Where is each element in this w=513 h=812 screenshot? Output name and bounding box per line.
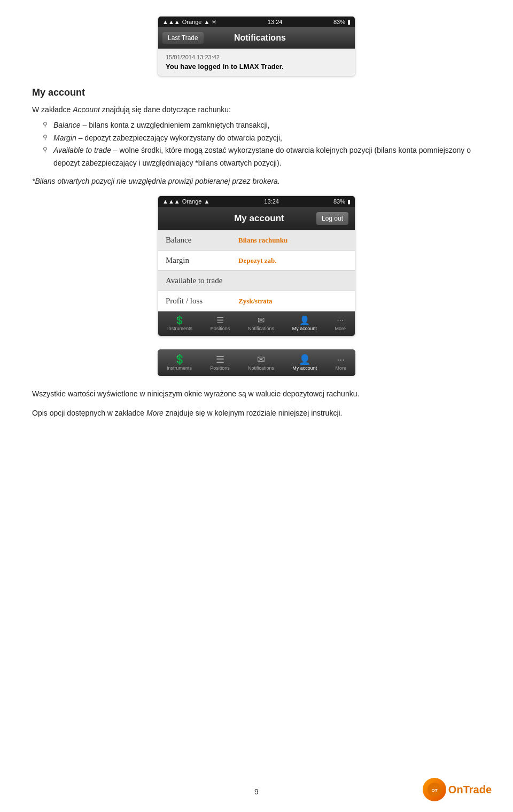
available-text: – wolne środki, które mogą zostać wykorz… <box>53 146 471 167</box>
profit-row-label: Profit / loss <box>158 291 233 311</box>
profit-row: Profit / loss Zysk/strata <box>158 291 355 311</box>
more-icon: ··· <box>337 316 344 325</box>
account-title: My account <box>202 213 316 224</box>
account-bottom-nav: 💲 Instruments ☰ Positions ✉ Notification… <box>158 311 355 336</box>
bn-instruments-label: Instruments <box>167 365 192 371</box>
signal-icon: ▲▲▲ <box>162 19 180 25</box>
nav-bar: Last Trade Notifications <box>158 27 355 49</box>
acc-status-right: 83% ▮ <box>333 198 351 205</box>
acc-signal-icon: ▲▲▲ <box>162 198 180 205</box>
positions-icon: ☰ <box>216 316 224 325</box>
status-bar: ▲▲▲ Orange ▲ ✳ 13:24 83% ▮ <box>158 17 355 27</box>
footnote: *Bilans otwartych pozycji nie uwzględnia… <box>32 175 481 187</box>
positions-label: Positions <box>211 326 230 331</box>
myaccount-icon: 👤 <box>299 316 310 325</box>
bn-myaccount-label: My account <box>292 365 317 371</box>
notifications-icon: ✉ <box>258 316 265 325</box>
myaccount-nav-label: My account <box>292 326 317 331</box>
balance-label: Balance <box>53 121 81 129</box>
profit-row-value: Zysk/strata <box>233 292 355 311</box>
body-paragraph-2: Opis opcji dostępnych w zakładce More zn… <box>32 407 481 420</box>
svg-text:OT: OT <box>431 788 437 793</box>
phone-frame: ▲▲▲ Orange ▲ ✳ 13:24 83% ▮ Last Trade No… <box>158 16 355 76</box>
balance-row-value: Bilans rachunku <box>233 231 355 250</box>
instruments-label: Instruments <box>167 326 192 331</box>
intro-text-pre: W zakładce <box>32 105 71 114</box>
more-label: More <box>335 326 346 331</box>
instruments-icon: 💲 <box>174 316 185 325</box>
available-row: Available to trade <box>158 271 355 291</box>
nav-more[interactable]: ··· More <box>332 314 349 333</box>
account-italic: Account <box>73 105 100 114</box>
nav-instruments[interactable]: 💲 Instruments <box>164 314 196 333</box>
bn-positions-icon: ☰ <box>216 355 224 364</box>
status-right: 83% ▮ <box>333 19 351 26</box>
bn-positions[interactable]: ☰ Positions <box>206 353 234 373</box>
acc-battery-icon: ▮ <box>347 198 351 205</box>
account-header: My account Log out <box>158 207 355 230</box>
body2-post: znajduje się w kolejnym rozdziale niniej… <box>166 409 343 417</box>
list-item-available: Available to trade – wolne środki, które… <box>43 144 481 170</box>
nav-notifications[interactable]: ✉ Notifications <box>245 314 277 333</box>
body2-pre: Opis opcji dostępnych w zakładce <box>32 409 144 417</box>
status-left: ▲▲▲ Orange ▲ ✳ <box>162 19 216 26</box>
list-item-margin: Margin – depozyt zabezpieczający wykorzy… <box>43 132 481 145</box>
nav-myaccount[interactable]: 👤 My account <box>289 314 320 333</box>
bn-more-label: More <box>335 365 346 371</box>
time-display: 13:24 <box>268 19 283 25</box>
wifi-icon: ▲ <box>204 19 209 25</box>
bn-positions-label: Positions <box>210 365 230 371</box>
balance-row: Balance Bilans rachunku <box>158 230 355 251</box>
bn-notifications-label: Notifications <box>248 365 274 371</box>
bn-instruments-icon: 💲 <box>174 355 185 364</box>
section-heading: My account <box>32 87 481 98</box>
bn-notifications-icon: ✉ <box>257 355 265 364</box>
list-item-balance: Balance – bilans konta z uwzględnieniem … <box>43 119 481 132</box>
bn-more[interactable]: ··· More <box>331 353 351 373</box>
notification-message: You have logged in to LMAX Trader. <box>166 63 347 71</box>
ontrade-circle-icon: OT <box>423 778 446 801</box>
nav-positions[interactable]: ☰ Positions <box>207 314 234 333</box>
margin-label: Margin <box>53 134 76 142</box>
ontrade-logo: OT OnTrade <box>423 778 492 801</box>
bn-myaccount[interactable]: 👤 My account <box>288 353 321 373</box>
battery-icon: ▮ <box>347 19 351 26</box>
intro-paragraph: W zakładce Account znajdują się dane dot… <box>32 104 481 116</box>
acc-time: 13:24 <box>264 198 279 205</box>
notifications-label: Notifications <box>248 326 274 331</box>
margin-row-label: Margin <box>158 251 233 270</box>
on-text: On <box>448 784 463 795</box>
bottomnav-phone-frame: 💲 Instruments ☰ Positions ✉ Notification… <box>158 349 355 376</box>
feature-list: Balance – bilans konta z uwzględnieniem … <box>32 119 481 170</box>
acc-battery-pct: 83% <box>333 198 345 205</box>
logout-button[interactable]: Log out <box>316 212 348 225</box>
sync-icon: ✳ <box>212 19 216 26</box>
available-row-value <box>233 276 355 286</box>
body-paragraph-1: Wszystkie wartości wyświetlone w niniejs… <box>32 388 481 401</box>
notifications-screenshot: ▲▲▲ Orange ▲ ✳ 13:24 83% ▮ Last Trade No… <box>32 16 481 76</box>
available-row-label: Available to trade <box>158 271 233 291</box>
myaccount-screenshot: ▲▲▲ Orange ▲ 13:24 83% ▮ My account Log … <box>32 196 481 337</box>
acc-status-bar: ▲▲▲ Orange ▲ 13:24 83% ▮ <box>158 196 355 207</box>
bottomnav-screenshot: 💲 Instruments ☰ Positions ✉ Notification… <box>32 349 481 376</box>
bottom-nav-bar: 💲 Instruments ☰ Positions ✉ Notification… <box>158 349 355 376</box>
more-italic: More <box>146 409 164 417</box>
available-label: Available to trade <box>53 146 111 154</box>
account-phone-frame: ▲▲▲ Orange ▲ 13:24 83% ▮ My account Log … <box>158 196 355 337</box>
bn-instruments[interactable]: 💲 Instruments <box>162 353 196 373</box>
ontrade-text: OnTrade <box>448 784 492 796</box>
margin-text: – depozyt zabezpieczający wykorzystany d… <box>79 134 282 142</box>
balance-text: – bilans konta z uwzględnieniem zamknięt… <box>82 121 269 129</box>
margin-row: Margin Depozyt zab. <box>158 251 355 271</box>
last-trade-button[interactable]: Last Trade <box>162 32 204 44</box>
balance-row-label: Balance <box>158 230 233 250</box>
intro-text-rest: znajdują się dane dotyczące rachunku: <box>102 105 231 114</box>
carrier-name: Orange <box>182 19 202 25</box>
bn-notifications[interactable]: ✉ Notifications <box>244 353 278 373</box>
trade-text: Trade <box>463 784 492 795</box>
bn-more-icon: ··· <box>337 355 345 364</box>
acc-carrier: Orange <box>182 198 202 205</box>
battery-percent: 83% <box>333 19 345 25</box>
notification-timestamp: 15/01/2014 13:23:42 <box>166 54 347 60</box>
acc-status-left: ▲▲▲ Orange ▲ <box>162 198 209 205</box>
